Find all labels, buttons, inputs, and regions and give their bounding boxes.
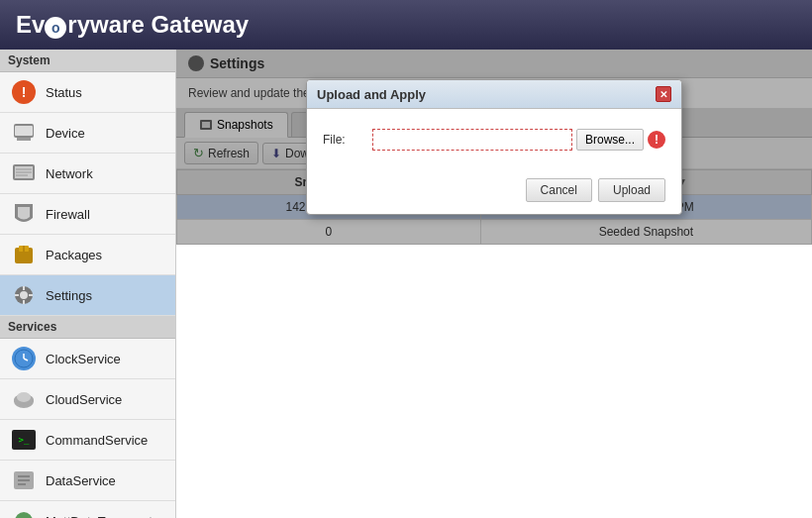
sidebar-item-packages-label: Packages: [46, 248, 102, 262]
svg-rect-1: [17, 138, 31, 141]
firewall-icon: [10, 200, 38, 228]
dialog-header: Upload and Apply ✕: [307, 80, 681, 109]
sidebar-item-dataservice-label: DataService: [46, 473, 116, 488]
cloud-service-icon: [10, 385, 38, 413]
status-icon: !: [10, 78, 38, 106]
sidebar-item-firewall-label: Firewall: [46, 207, 90, 222]
sidebar-item-packages[interactable]: Packages: [0, 235, 175, 275]
dialog-close-button[interactable]: ✕: [656, 86, 671, 102]
sidebar-item-dataservice[interactable]: DataService: [0, 461, 175, 501]
network-icon: [10, 159, 38, 187]
warning-icon: !: [648, 131, 665, 149]
svg-rect-16: [29, 294, 33, 296]
sidebar-item-cloudservice-label: CloudService: [46, 392, 122, 407]
upload-dialog: Upload and Apply ✕ File: Browse... ! Can…: [306, 79, 682, 215]
sidebar-item-firewall[interactable]: Firewall: [0, 194, 175, 235]
network-svg: [12, 162, 36, 184]
data-service-icon: [10, 466, 38, 494]
file-input[interactable]: [372, 129, 572, 151]
file-field: File: Browse... !: [323, 129, 665, 151]
settings-icon: [10, 281, 38, 309]
dialog-footer: Cancel Upload: [307, 178, 681, 214]
app-title: Evoryware Gateway: [16, 11, 249, 39]
sidebar-item-settings[interactable]: Settings: [0, 275, 175, 316]
svg-rect-2: [15, 126, 33, 136]
dialog-overlay: Upload and Apply ✕ File: Browse... ! Can…: [176, 50, 812, 245]
sidebar-item-status-label: Status: [46, 85, 82, 100]
svg-point-12: [20, 291, 28, 299]
cancel-button[interactable]: Cancel: [526, 178, 592, 202]
sidebar-item-status[interactable]: ! Status: [0, 72, 175, 113]
svg-point-28: [15, 512, 33, 518]
sidebar-item-mqttdatatransport-label: MqttDataTransport: [46, 514, 152, 519]
sidebar-item-settings-label: Settings: [46, 288, 92, 303]
sidebar-item-clockservice[interactable]: ClockService: [0, 339, 175, 379]
svg-point-23: [17, 392, 31, 402]
sidebar-system-header: System: [0, 50, 175, 72]
main-layout: System ! Status Device Network Firewall: [0, 50, 812, 518]
dialog-body: File: Browse... !: [307, 109, 681, 178]
packages-svg: [12, 244, 36, 265]
browse-button[interactable]: Browse...: [576, 129, 644, 151]
device-svg: [12, 123, 36, 143]
logo-circle: o: [45, 17, 66, 39]
sidebar-item-cloudservice[interactable]: CloudService: [0, 379, 175, 420]
main-content: Settings Review and update the available…: [176, 50, 812, 518]
main-inner: Settings Review and update the available…: [176, 50, 812, 245]
svg-rect-15: [15, 294, 19, 296]
mqtt-service-icon: [10, 507, 38, 518]
svg-rect-14: [23, 300, 25, 304]
sidebar-item-clockservice-label: ClockService: [46, 352, 121, 366]
firewall-svg: [13, 202, 35, 226]
sidebar-item-network-label: Network: [46, 166, 93, 181]
app-header: Evoryware Gateway: [0, 0, 812, 50]
sidebar-item-commandservice-label: CommandService: [46, 433, 148, 448]
device-icon: [10, 119, 38, 147]
svg-rect-13: [23, 286, 25, 290]
sidebar-item-network[interactable]: Network: [0, 154, 175, 194]
file-label: File:: [323, 133, 372, 147]
sidebar-services-header: Services: [0, 316, 175, 339]
dialog-title: Upload and Apply: [317, 87, 426, 102]
clock-service-icon: [10, 345, 38, 372]
sidebar-item-device-label: Device: [46, 126, 85, 141]
packages-icon: [10, 241, 38, 268]
sidebar: System ! Status Device Network Firewall: [0, 50, 176, 518]
sidebar-item-mqttdatatransport[interactable]: MqttDataTransport: [0, 501, 175, 518]
command-service-icon: >_: [10, 426, 38, 454]
upload-button[interactable]: Upload: [598, 178, 665, 202]
sidebar-item-commandservice[interactable]: >_ CommandService: [0, 420, 175, 461]
settings-svg: [13, 284, 35, 306]
sidebar-item-device[interactable]: Device: [0, 113, 175, 154]
